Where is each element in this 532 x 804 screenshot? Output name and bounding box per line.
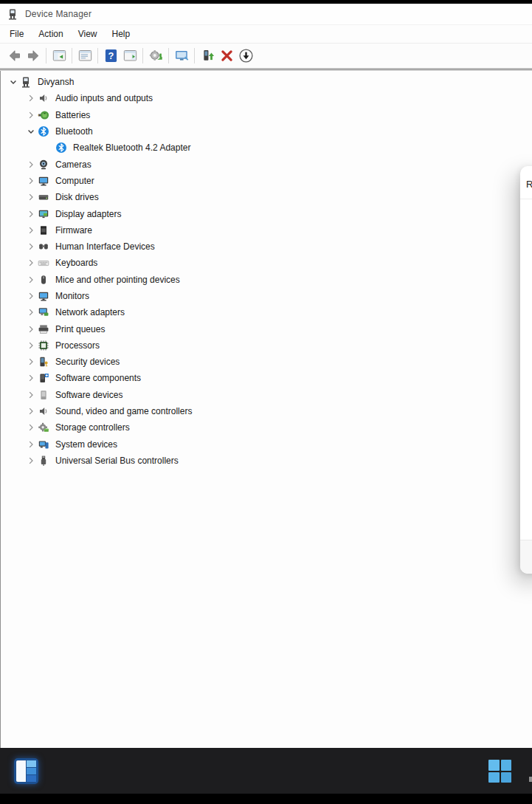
tree-item-software-components[interactable]: Software components	[1, 370, 532, 386]
device-manager-icon	[7, 8, 18, 21]
tree-item-network-adapters[interactable]: Network adapters	[1, 304, 532, 320]
help-button[interactable]: ?	[101, 47, 120, 66]
windows-start-icon[interactable]	[488, 760, 511, 783]
device-tree[interactable]: DivyanshAudio inputs and outputsBatterie…	[0, 71, 532, 748]
software-device-icon	[38, 389, 49, 401]
svg-text:?: ?	[108, 50, 114, 61]
menu-action[interactable]: Action	[31, 27, 70, 41]
menu-help[interactable]: Help	[105, 27, 138, 41]
battery-icon	[38, 109, 49, 121]
tree-item-label: Keyboards	[55, 258, 102, 268]
menu-file[interactable]: File	[2, 27, 31, 41]
chevron-right-icon[interactable]	[24, 422, 38, 433]
chevron-right-icon[interactable]	[24, 274, 38, 286]
chevron-down-icon[interactable]	[24, 126, 38, 137]
system-device-icon	[38, 439, 49, 450]
chevron-right-icon[interactable]	[24, 389, 38, 401]
disable-device-button[interactable]	[236, 47, 255, 66]
chevron-down-icon[interactable]	[7, 76, 20, 88]
chevron-right-icon[interactable]	[24, 109, 38, 121]
tree-item-label: Processors	[55, 340, 104, 351]
device-manager-window: Device Manager FileActionViewHelp ? Divy…	[0, 4, 532, 748]
tree-item-storage-controllers[interactable]: Storage controllers	[1, 419, 532, 436]
tree-item-monitors[interactable]: Monitors	[1, 288, 532, 304]
network-adapter-icon	[38, 306, 49, 318]
tree-item-mice-and-other-pointing-devices[interactable]: Mice and other pointing devices	[1, 272, 532, 288]
desktop-screen: Device Manager FileActionViewHelp ? Divy…	[0, 0, 532, 804]
chevron-right-icon[interactable]	[24, 323, 38, 335]
tree-item-cameras[interactable]: Cameras	[1, 156, 532, 172]
tree-item-print-queues[interactable]: Print queues	[1, 320, 532, 337]
tree-item-label: Security devices	[55, 357, 124, 367]
toolbar-group-separator	[97, 48, 98, 63]
security-device-icon	[38, 356, 49, 368]
uninstall-x-icon	[219, 48, 235, 63]
properties-button[interactable]	[75, 47, 94, 66]
chevron-right-icon[interactable]	[24, 159, 38, 171]
chevron-right-icon[interactable]	[24, 175, 38, 187]
window-title: Device Manager	[25, 9, 91, 19]
tree-item-label: Software devices	[55, 390, 127, 400]
chevron-right-icon[interactable]	[24, 405, 38, 417]
chevron-right-icon[interactable]	[24, 439, 38, 450]
tree-item-display-adapters[interactable]: Display adapters	[1, 205, 532, 221]
monitor-icon	[38, 290, 49, 302]
forward-button[interactable]	[24, 47, 43, 66]
tree-item-computer[interactable]: Computer	[1, 173, 532, 189]
chevron-right-icon[interactable]	[24, 191, 38, 203]
tree-item-label: Mice and other pointing devices	[55, 275, 184, 285]
chevron-right-icon[interactable]	[24, 92, 38, 104]
chevron-right-icon[interactable]	[24, 257, 38, 269]
chevron-right-icon[interactable]	[24, 455, 38, 467]
tree-item-label: Universal Serial Bus controllers	[55, 456, 183, 466]
console-tree-button[interactable]	[49, 47, 69, 66]
action-pane-icon	[122, 48, 138, 63]
menu-view[interactable]: View	[71, 27, 105, 41]
tree-item-universal-serial-bus-controllers[interactable]: Universal Serial Bus controllers	[1, 453, 532, 469]
tree-item-system-devices[interactable]: System devices	[1, 436, 532, 453]
update-driver-button[interactable]	[198, 47, 217, 66]
disk-drive-icon	[38, 191, 49, 203]
toolbar-group-separator	[194, 48, 195, 63]
widgets-window-icon[interactable]	[14, 758, 38, 784]
forward-arrow-icon	[26, 48, 41, 63]
tree-item-firmware[interactable]: Firmware	[1, 222, 532, 238]
tree-item-divyansh[interactable]: Divyansh	[1, 74, 532, 90]
tree-item-realtek-bluetooth-4-2-adapter[interactable]: Realtek Bluetooth 4.2 Adapter	[1, 140, 532, 156]
tree-item-label: Cameras	[55, 159, 96, 170]
chevron-right-icon[interactable]	[24, 306, 38, 318]
firmware-chip-icon	[38, 224, 49, 236]
tree-item-label: Divyansh	[38, 77, 78, 87]
tree-item-label: Computer	[55, 176, 99, 186]
tree-item-security-devices[interactable]: Security devices	[1, 354, 532, 370]
computer-monitor-icon	[174, 48, 190, 63]
tree-item-sound-video-and-game-controllers[interactable]: Sound, video and game controllers	[1, 403, 532, 419]
chevron-right-icon[interactable]	[24, 340, 38, 351]
scan-hardware-button[interactable]	[146, 47, 165, 66]
tree-item-bluetooth[interactable]: Bluetooth	[1, 123, 532, 140]
chevron-right-icon[interactable]	[24, 372, 38, 384]
chevron-right-icon[interactable]	[24, 290, 38, 302]
taskbar	[0, 748, 532, 794]
tree-item-processors[interactable]: Processors	[1, 337, 532, 354]
chevron-right-icon[interactable]	[24, 224, 38, 236]
tree-item-disk-drives[interactable]: Disk drives	[1, 189, 532, 205]
tree-item-batteries[interactable]: Batteries	[1, 107, 532, 123]
hid-icon	[38, 241, 49, 252]
chevron-right-icon[interactable]	[24, 356, 38, 368]
chevron-right-icon[interactable]	[24, 241, 38, 252]
back-button[interactable]	[4, 47, 24, 66]
tree-item-software-devices[interactable]: Software devices	[1, 387, 532, 403]
remote-computer-button[interactable]	[172, 47, 191, 66]
tree-item-audio-inputs-and-outputs[interactable]: Audio inputs and outputs	[1, 90, 532, 106]
dialog-footer	[520, 540, 532, 574]
monitor-icon	[38, 175, 49, 187]
toolbar-group-separator	[168, 48, 169, 63]
chevron-right-icon[interactable]	[24, 208, 38, 220]
camera-icon	[38, 159, 49, 171]
action-pane-button[interactable]	[120, 47, 139, 66]
tree-item-keyboards[interactable]: Keyboards	[1, 255, 532, 271]
usb-icon	[38, 455, 49, 467]
uninstall-device-button[interactable]	[217, 47, 236, 66]
tree-item-human-interface-devices[interactable]: Human Interface Devices	[1, 238, 532, 255]
